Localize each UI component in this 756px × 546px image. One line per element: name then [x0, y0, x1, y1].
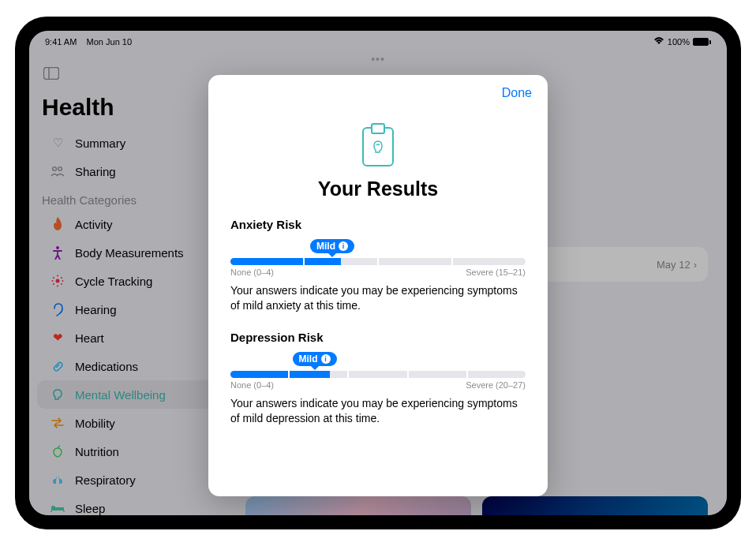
anxiety-description: Your answers indicate you may be experie… [230, 283, 526, 313]
anxiety-badge[interactable]: Mild i [310, 239, 354, 253]
anxiety-risk-block: Anxiety Risk Mild i None (0–4) Severe (1… [230, 218, 526, 313]
slider-segment [230, 258, 303, 265]
clipboard-icon [230, 127, 526, 166]
slider-high-label: Severe (20–27) [466, 380, 526, 390]
slider-segment [230, 371, 288, 378]
depression-description: Your answers indicate you may be experie… [230, 396, 526, 426]
depression-slider-labels: None (0–4) Severe (20–27) [230, 380, 526, 390]
depression-risk-block: Depression Risk Mild i None (0–4) [230, 331, 526, 426]
ipad-frame: 9:41 AM Mon Jun 10 100% ••• Hea [15, 17, 741, 529]
depression-slider [230, 371, 526, 378]
anxiety-badge-text: Mild [316, 241, 335, 252]
depression-risk-label: Depression Risk [230, 331, 526, 344]
slider-segment [379, 258, 451, 265]
modal-title: Your Results [230, 178, 526, 200]
slider-segment [290, 371, 347, 378]
slider-segment [468, 371, 526, 378]
slider-segment [349, 371, 406, 378]
depression-badge-text: Mild [299, 353, 318, 365]
done-button[interactable]: Done [502, 86, 532, 100]
slider-segment [305, 258, 377, 265]
slider-low-label: None (0–4) [230, 267, 274, 277]
info-icon: i [321, 354, 331, 364]
anxiety-slider [230, 258, 526, 265]
anxiety-slider-labels: None (0–4) Severe (15–21) [230, 267, 526, 277]
results-modal: Done Your Results Anxiety Risk Mild i [208, 75, 548, 496]
info-icon: i [339, 241, 348, 251]
screen: 9:41 AM Mon Jun 10 100% ••• Hea [29, 31, 727, 515]
slider-low-label: None (0–4) [230, 380, 274, 390]
depression-badge[interactable]: Mild i [293, 352, 337, 366]
slider-segment [453, 258, 526, 265]
slider-segment [409, 371, 466, 378]
slider-high-label: Severe (15–21) [466, 267, 526, 277]
anxiety-risk-label: Anxiety Risk [230, 218, 526, 231]
